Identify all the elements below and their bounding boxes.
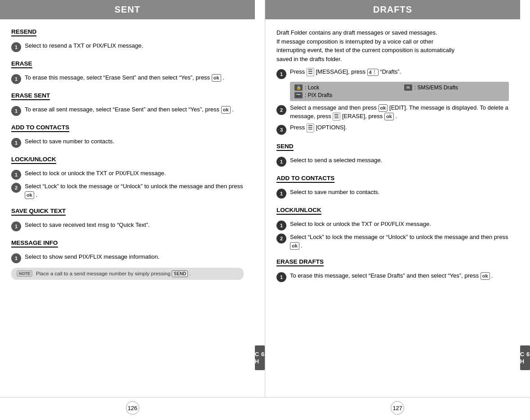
message-info-title: MESSAGE INFO — [11, 239, 58, 248]
drafts-step-1: 1 Press ☰ [MESSAGE], press 4⋮ “Drafts”. — [276, 68, 509, 79]
drafts-send-title: SEND — [276, 143, 294, 151]
ok-button-icon: ok — [212, 74, 221, 81]
ok-button-icon: ok — [25, 191, 34, 199]
drafts-step-2-text: Select a message and then press ok [EDIT… — [290, 104, 509, 121]
resend-step-1-text: Select to resend a TXT or PIX/FLIX messa… — [25, 42, 143, 50]
icon-pix: 📷 : PIX Drafts — [294, 92, 395, 98]
message-info-step-1-text: Select to show send PIX/FLIX message inf… — [25, 253, 160, 261]
erase-title: ERASE — [11, 60, 32, 68]
drafts-lock-step-2-text: Select “Lock” to lock the message or “Un… — [290, 233, 509, 250]
note-box: NOTE Place a call to a send message numb… — [11, 268, 244, 280]
drafts-send-step-1: 1 Select to send a selected message. — [276, 156, 509, 167]
add-to-contacts-step-1: 1 Select to save number to contacts. — [11, 137, 244, 148]
drafts-content: Draft Folder contains any draft messages… — [265, 24, 520, 292]
add-to-contacts-title: ADD TO CONTACTS — [11, 124, 69, 132]
lock-step-2-text: Select “Lock” to lock the message or “Un… — [25, 182, 244, 199]
step-circle-d1: 1 — [276, 69, 286, 79]
save-quick-text-step-1-text: Select to save received text msg to “Qui… — [25, 221, 150, 230]
drafts-lock-title: LOCK/UNLOCK — [276, 207, 321, 215]
drafts-header: DRAFTS — [265, 0, 520, 19]
add-to-contacts-step-1-text: Select to save number to contacts. — [25, 137, 114, 146]
four-btn-icon: 4⋮ — [367, 69, 379, 76]
lock-unlock-title: LOCK/UNLOCK — [11, 156, 56, 164]
drafts-add-contacts-step-1-text: Select to save number to contacts. — [290, 188, 379, 197]
step-circle-l1: 1 — [276, 221, 286, 230]
step-circle-8: 1 — [11, 253, 21, 263]
sent-header: SENT — [0, 0, 255, 19]
erase-sent-step-1-text: To erase all sent message, select “Erase… — [25, 106, 234, 114]
step-circle-d2: 2 — [276, 105, 286, 115]
step-circle-4: 1 — [11, 138, 21, 148]
pix-icon: 📷 — [294, 92, 303, 98]
sent-column: SENT RESEND 1 Select to resend a TXT or … — [0, 0, 265, 397]
drafts-add-contacts-step-1: 1 Select to save number to contacts. — [276, 188, 509, 199]
ok-btn-icon3: ok — [384, 113, 394, 120]
right-chapter-tab: CH6 — [519, 351, 530, 365]
step-circle-l2: 2 — [276, 234, 286, 243]
step-circle-3: 1 — [11, 106, 21, 116]
drafts-step-1-text: Press ☰ [MESSAGE], press 4⋮ “Drafts”. — [290, 68, 401, 76]
step-circle-2: 1 — [11, 74, 21, 84]
sent-content: RESEND 1 Select to resend a TXT or PIX/F… — [0, 24, 255, 287]
drafts-column: DRAFTS Draft Folder contains any draft m… — [265, 0, 530, 397]
step-circle-e1: 1 — [276, 272, 286, 282]
erase-drafts-step-1: 1 To erase this message, select “Erase D… — [276, 272, 509, 282]
lock-step-1-text: Select to lock or unlock the TXT or PIX/… — [25, 169, 166, 178]
sms-icon: ✉ — [404, 84, 412, 91]
step-circle-a1: 1 — [276, 189, 286, 199]
sms-label: : SMS/EMS Drafts — [414, 84, 458, 91]
icon-lock: 🔒 : Lock — [294, 84, 395, 91]
drafts-lock-step-1: 1 Select to lock or unlock the TXT or PI… — [276, 220, 509, 230]
note-text: Place a call to a send message number by… — [36, 270, 191, 277]
step-circle-1: 1 — [11, 42, 21, 52]
step-circle-d3: 3 — [276, 125, 286, 135]
drafts-intro: Draft Folder contains any draft messages… — [276, 28, 509, 63]
send-button-icon: SEND — [172, 270, 188, 277]
step-circle-7: 1 — [11, 221, 21, 231]
step-circle-s1: 1 — [276, 157, 286, 167]
icon-table: 🔒 : Lock ✉ : SMS/EMS Drafts 📷 : PIX Draf… — [290, 82, 509, 101]
step-circle-5: 1 — [11, 170, 21, 180]
erase-drafts-step-1-text: To erase this message, select “Erase Dra… — [290, 272, 493, 280]
message-info-step-1: 1 Select to show send PIX/FLIX message i… — [11, 253, 244, 263]
erase-step-1: 1 To erase this message, select “Erase S… — [11, 74, 244, 84]
drafts-step-2: 2 Select a message and then press ok [ED… — [276, 104, 509, 121]
ok-btn-icon4: ok — [290, 242, 299, 249]
drafts-add-contacts-title: ADD TO CONTACTS — [276, 175, 334, 183]
resend-step-1: 1 Select to resend a TXT or PIX/FLIX mes… — [11, 42, 244, 52]
lock-icon: 🔒 — [294, 84, 303, 91]
drafts-lock-step-2: 2 Select “Lock” to lock the message or “… — [276, 233, 509, 250]
step-circle-6: 2 — [11, 183, 21, 193]
menu-btn-icon: ☰ — [333, 112, 340, 121]
erase-step-1-text: To erase this message, select “Erase Sen… — [25, 74, 224, 82]
main-content: SENT RESEND 1 Select to resend a TXT or … — [0, 0, 530, 397]
left-page-number: 126 — [126, 401, 139, 415]
left-chapter-tab: CH6 — [254, 351, 266, 365]
erase-sent-title: ERASE SENT — [11, 92, 50, 100]
pix-label: : PIX Drafts — [305, 92, 332, 98]
icon-sms: ✉ : SMS/EMS Drafts — [404, 84, 505, 91]
ok-btn-icon2: ok — [379, 104, 388, 111]
options-btn-icon: ☰ — [307, 124, 314, 132]
ok-button-icon: ok — [221, 106, 231, 113]
save-quick-text-step-1: 1 Select to save received text msg to “Q… — [11, 221, 244, 231]
lock-label: : Lock — [305, 84, 319, 91]
page-footer: 126 127 — [0, 397, 530, 420]
lock-step-2: 2 Select “Lock” to lock the message or “… — [11, 182, 244, 199]
lock-step-1: 1 Select to lock or unlock the TXT or PI… — [11, 169, 244, 180]
right-page-number: 127 — [391, 401, 404, 415]
erase-drafts-title: ERASE DRAFTS — [276, 258, 324, 266]
drafts-step-3-text: Press ☰ [OPTIONS]. — [290, 124, 347, 132]
resend-title: RESEND — [11, 28, 36, 36]
message-btn-icon: ☰ — [307, 68, 314, 76]
drafts-step-3: 3 Press ☰ [OPTIONS]. — [276, 124, 509, 135]
note-label: NOTE — [17, 270, 32, 277]
save-quick-text-title: SAVE QUICK TEXT — [11, 208, 66, 216]
drafts-send-step-1-text: Select to send a selected message. — [290, 156, 382, 165]
drafts-lock-step-1-text: Select to lock or unlock the TXT or PIX/… — [290, 220, 431, 229]
erase-sent-step-1: 1 To erase all sent message, select “Era… — [11, 106, 244, 116]
ok-btn-icon5: ok — [481, 272, 490, 279]
